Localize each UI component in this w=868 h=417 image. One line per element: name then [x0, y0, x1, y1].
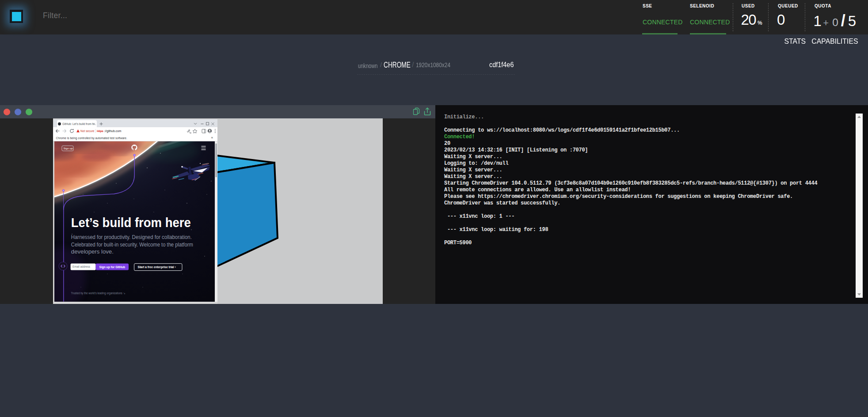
- svg-text:GitHub: Let’s build from h...: GitHub: Let’s build from h...: [62, 122, 96, 125]
- svg-text:://github.com: ://github.com: [104, 129, 121, 133]
- svg-text:Start a free enterprise trial: Start a free enterprise trial ›: [137, 265, 175, 269]
- svg-text:developers love.: developers love.: [71, 248, 113, 255]
- svg-text:Not secure: Not secure: [80, 129, 95, 133]
- svg-text:Email address: Email address: [72, 265, 90, 268]
- svg-text:Let’s build from here: Let’s build from here: [71, 216, 190, 230]
- svg-text:Harnessed for productivity. De: Harnessed for productivity. Designed for…: [71, 234, 191, 240]
- svg-text:Sign up: Sign up: [63, 147, 73, 150]
- svg-text:Trusted by the world’s leading: Trusted by the world’s leading organizat…: [71, 292, 125, 295]
- svg-text:https: https: [97, 129, 103, 133]
- svg-text:Sign up for GitHub: Sign up for GitHub: [99, 265, 125, 269]
- svg-text:Celebrated for built-in securi: Celebrated for built-in security. Welcom…: [71, 241, 193, 248]
